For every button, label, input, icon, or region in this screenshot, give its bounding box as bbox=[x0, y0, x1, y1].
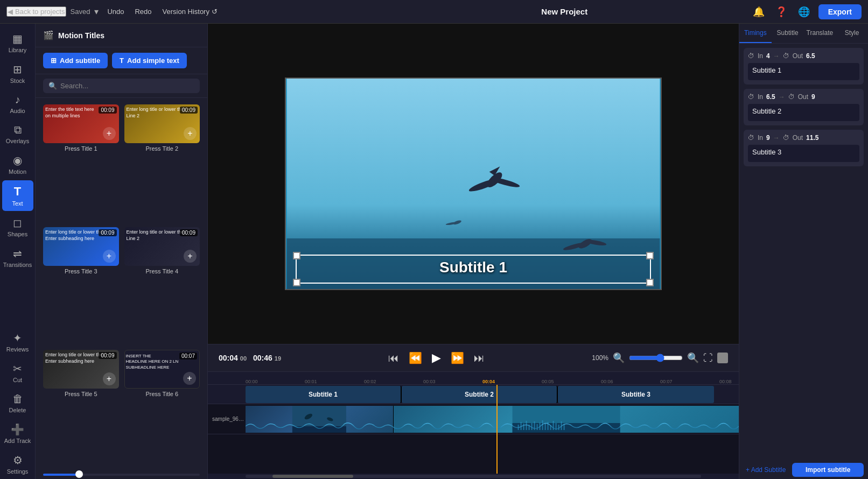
sidebar-item-transitions[interactable]: ⇌ Transitions bbox=[2, 243, 33, 272]
out-label-2: Out bbox=[798, 93, 808, 101]
controls-bar: 00:04 00 00:46 19 ⏮ ⏪ ▶ ⏩ ⏭ 100% 🔍 🔍 ⛶ bbox=[208, 344, 739, 371]
ruler-mark-1: 00:01 bbox=[305, 379, 364, 384]
template-name-3: Press Title 3 bbox=[43, 268, 119, 274]
project-title: New Project bbox=[379, 7, 751, 16]
add-subtitle-button[interactable]: ⊞ Add subtitle bbox=[43, 53, 108, 68]
clip-subtitle-1[interactable]: Subtitle 1 bbox=[246, 386, 402, 403]
panel-actions: ⊞ Add subtitle T Add simple text bbox=[36, 47, 207, 74]
panel-header: 🎬 Motion Titles bbox=[36, 24, 207, 47]
time-display: 00:04 00 00:46 19 bbox=[219, 354, 281, 362]
out-val-2: 9 bbox=[811, 93, 815, 101]
subtitle-entry-3: ⏱ In 9 → ⏱ Out 11.5 Subtitle 3 bbox=[744, 130, 864, 166]
template-add-btn-1[interactable]: + bbox=[103, 127, 116, 140]
template-press-title-3[interactable]: 00:09 Enter long title or lower theEnter… bbox=[43, 227, 119, 344]
timeline-scrubber[interactable] bbox=[496, 385, 498, 474]
subtitle-entries: ⏱ In 4 → ⏱ Out 6.5 Subtitle 1 ⏱ In 6.5 →… bbox=[739, 44, 868, 459]
in-icon-3: ⏱ bbox=[748, 134, 754, 142]
template-add-btn-3[interactable]: + bbox=[103, 250, 116, 263]
fullscreen-button[interactable]: ⛶ bbox=[703, 353, 713, 364]
sidebar-item-stock[interactable]: ⊞ Stock bbox=[2, 59, 33, 88]
fast-forward-button[interactable]: ⏩ bbox=[449, 349, 466, 367]
sidebar-item-reviews[interactable]: ✦ Reviews bbox=[2, 327, 33, 357]
sidebar-item-audio[interactable]: ♪ Audio bbox=[2, 89, 33, 118]
in-val-2: 6.5 bbox=[766, 93, 775, 101]
entry-3-text[interactable]: Subtitle 3 bbox=[748, 145, 859, 162]
template-press-title-4[interactable]: 00:09 Enter long title or lower theLine … bbox=[124, 227, 200, 344]
template-press-title-2[interactable]: 00:09 Enter long title or lower thisLine… bbox=[124, 104, 200, 222]
sidebar-item-overlays[interactable]: ⧉ Overlays bbox=[2, 119, 33, 149]
sidebar-label-text: Text bbox=[12, 200, 23, 207]
skip-to-start-button[interactable]: ⏮ bbox=[386, 350, 401, 367]
sidebar-label-delete: Delete bbox=[9, 407, 26, 413]
template-press-title-1[interactable]: 00:09 Enter the title text hereon multip… bbox=[43, 104, 119, 222]
tab-style[interactable]: Style bbox=[836, 24, 868, 43]
tab-timings[interactable]: Timings bbox=[739, 24, 772, 43]
template-press-title-6[interactable]: 00:07 INSERT THEHEADLINE HERE ON 2 LNSUB… bbox=[124, 350, 200, 467]
search-input[interactable] bbox=[60, 82, 194, 90]
template-duration-2: 00:09 bbox=[180, 107, 198, 114]
entry-1-text[interactable]: Subtitle 1 bbox=[748, 63, 859, 80]
template-name-1: Press Title 1 bbox=[43, 145, 119, 152]
motion-titles-icon: 🎬 bbox=[43, 30, 54, 40]
tab-subtitle[interactable]: Subtitle bbox=[772, 24, 804, 43]
sidebar-item-motion[interactable]: ◉ Motion bbox=[2, 150, 33, 179]
zoom-slider[interactable] bbox=[629, 354, 683, 362]
import-subtitle-button[interactable]: Import subtitle bbox=[792, 463, 864, 477]
video-subtitle-overlay: Subtitle 1 bbox=[286, 256, 661, 279]
zoom-in-icon[interactable]: 🔍 bbox=[687, 352, 699, 364]
clip-label-2: Subtitle 2 bbox=[465, 391, 494, 398]
scrollbar-thumb[interactable] bbox=[272, 475, 353, 478]
in-label-2: In bbox=[758, 93, 763, 101]
sidebar-label-stock: Stock bbox=[10, 78, 25, 84]
sidebar-item-library[interactable]: ▦ Library bbox=[2, 28, 33, 58]
search-input-wrap: 🔍 bbox=[43, 79, 200, 93]
add-subtitle-small-button[interactable]: + Add Subtitle bbox=[744, 464, 788, 476]
template-press-title-5[interactable]: 00:09 Enter long title or lower theEnter… bbox=[43, 350, 119, 467]
sidebar-item-settings[interactable]: ⚙ Settings bbox=[2, 449, 33, 479]
progress-track[interactable] bbox=[43, 474, 200, 476]
in-val-1: 4 bbox=[766, 52, 770, 60]
clip-subtitle-2[interactable]: Subtitle 2 bbox=[402, 386, 558, 403]
globe-icon[interactable]: 🌐 bbox=[796, 4, 812, 20]
rewind-button[interactable]: ⏪ bbox=[407, 349, 424, 367]
template-add-btn-2[interactable]: + bbox=[184, 127, 197, 140]
sidebar-item-cut[interactable]: ✂ Cut bbox=[2, 358, 33, 388]
template-add-btn-5[interactable]: + bbox=[103, 372, 116, 385]
undo-button[interactable]: Undo bbox=[103, 5, 128, 18]
sidebar-item-text[interactable]: T Text bbox=[2, 180, 33, 211]
center-area: Subtitle 1 00:04 00 00:46 19 ⏮ ⏪ ▶ ⏩ ⏭ 1… bbox=[208, 24, 739, 479]
version-history-button[interactable]: Version History ↺ bbox=[158, 5, 222, 18]
play-button[interactable]: ▶ bbox=[430, 349, 443, 367]
search-icon: 🔍 bbox=[48, 82, 57, 90]
entry-2-text[interactable]: Subtitle 2 bbox=[748, 104, 859, 121]
zoom-out-icon[interactable]: 🔍 bbox=[613, 352, 625, 364]
tab-translate[interactable]: Translate bbox=[804, 24, 836, 43]
template-thumb-4: 00:09 Enter long title or lower theLine … bbox=[124, 227, 200, 266]
template-add-btn-6[interactable]: + bbox=[183, 372, 196, 385]
sidebar-item-delete[interactable]: 🗑 Delete bbox=[2, 389, 33, 418]
reviews-icon: ✦ bbox=[13, 332, 22, 344]
notifications-icon[interactable]: 🔔 bbox=[751, 4, 767, 20]
add-text-icon: T bbox=[120, 57, 124, 65]
arrow-3: → bbox=[773, 134, 780, 142]
export-button[interactable]: Export bbox=[818, 4, 862, 19]
redo-button[interactable]: Redo bbox=[130, 5, 156, 18]
template-add-btn-4[interactable]: + bbox=[184, 250, 197, 263]
sidebar-label-transitions: Transitions bbox=[3, 262, 32, 268]
motion-titles-panel: 🎬 Motion Titles ⊞ Add subtitle T Add sim… bbox=[36, 24, 208, 479]
clip-label-1: Subtitle 1 bbox=[309, 391, 338, 398]
add-simple-text-button[interactable]: T Add simple text bbox=[112, 53, 187, 68]
clip-subtitle-3[interactable]: Subtitle 3 bbox=[558, 386, 714, 403]
sidebar-item-shapes[interactable]: ◻ Shapes bbox=[2, 212, 33, 242]
video-track: sample_960x400_ocean_with_audio.mkv bbox=[208, 404, 739, 434]
back-to-projects-button[interactable]: ◀ Back to projects bbox=[6, 6, 66, 17]
saved-dropdown-icon[interactable]: ▾ bbox=[94, 6, 99, 17]
out-icon-2: ⏱ bbox=[788, 93, 795, 101]
skip-to-end-button[interactable]: ⏭ bbox=[472, 350, 487, 367]
current-time: 00:04 bbox=[219, 354, 238, 362]
help-icon[interactable]: ❓ bbox=[773, 4, 789, 20]
scrollbar-track[interactable] bbox=[246, 475, 701, 478]
template-thumb-1: 00:09 Enter the title text hereon multip… bbox=[43, 104, 119, 143]
sidebar-item-add-track[interactable]: ➕ Add Track bbox=[2, 419, 33, 448]
progress-thumb[interactable] bbox=[75, 470, 83, 478]
